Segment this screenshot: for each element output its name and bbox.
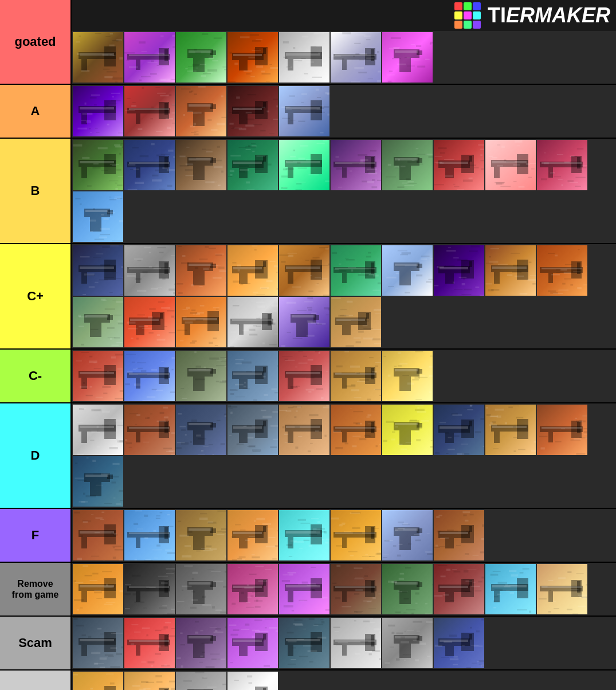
tier-row-scam: Scam	[0, 617, 616, 671]
tier-item[interactable]	[279, 405, 329, 455]
tier-item[interactable]	[331, 351, 381, 401]
tier-item[interactable]	[176, 245, 226, 296]
tier-item[interactable]	[176, 405, 226, 455]
tier-item[interactable]	[227, 32, 278, 83]
tier-item[interactable]	[279, 32, 329, 83]
tier-item[interactable]	[73, 672, 123, 690]
tier-item[interactable]	[227, 86, 278, 136]
tier-item[interactable]	[434, 245, 484, 296]
tier-item[interactable]	[73, 297, 123, 347]
tier-item[interactable]	[124, 672, 175, 690]
tier-item[interactable]	[434, 140, 484, 190]
tier-item[interactable]	[331, 297, 381, 347]
tier-item[interactable]	[227, 297, 278, 347]
tier-item[interactable]	[485, 245, 536, 296]
tier-item[interactable]	[124, 618, 175, 668]
tier-item[interactable]	[331, 245, 381, 296]
tier-item[interactable]	[279, 564, 329, 614]
tier-item[interactable]	[382, 140, 433, 190]
tier-item[interactable]	[434, 405, 484, 455]
tier-item[interactable]	[485, 140, 536, 190]
tier-item[interactable]	[176, 140, 226, 190]
tier-item[interactable]	[124, 564, 175, 614]
tier-item[interactable]	[176, 564, 226, 614]
tier-item[interactable]	[124, 86, 175, 136]
tier-items-B	[72, 139, 616, 243]
tier-item[interactable]	[73, 618, 123, 668]
tier-item[interactable]	[537, 140, 587, 190]
tier-item[interactable]	[434, 564, 484, 614]
tier-item[interactable]	[176, 32, 226, 83]
tier-item[interactable]	[227, 351, 278, 401]
tier-row-A: A	[0, 85, 616, 139]
tier-item[interactable]	[331, 618, 381, 668]
tier-item[interactable]	[124, 510, 175, 560]
tier-item[interactable]	[279, 140, 329, 190]
tier-item[interactable]	[124, 245, 175, 296]
tier-item[interactable]	[176, 86, 226, 136]
tier-item[interactable]	[279, 245, 329, 296]
tier-item[interactable]	[331, 564, 381, 614]
tier-item[interactable]	[73, 351, 123, 401]
tier-item[interactable]	[73, 86, 123, 136]
tier-item[interactable]	[382, 405, 433, 455]
tier-item[interactable]	[279, 297, 329, 347]
tier-item[interactable]	[227, 245, 278, 296]
tier-items-what	[72, 671, 616, 690]
tier-item[interactable]	[382, 564, 433, 614]
tier-item[interactable]	[331, 405, 381, 455]
tier-row-Cminus: C-	[0, 350, 616, 403]
tier-item[interactable]	[73, 405, 123, 455]
tier-item[interactable]	[485, 564, 536, 614]
tier-item[interactable]	[176, 351, 226, 401]
tier-item[interactable]	[73, 510, 123, 560]
tier-item[interactable]	[382, 618, 433, 668]
tier-label-what: What	[0, 671, 72, 690]
tier-item[interactable]	[124, 297, 175, 347]
tier-item[interactable]	[382, 510, 433, 560]
tier-item[interactable]	[227, 405, 278, 455]
tier-item[interactable]	[227, 140, 278, 190]
tier-item[interactable]	[73, 140, 123, 190]
tier-item[interactable]	[124, 351, 175, 401]
tier-item[interactable]	[279, 618, 329, 668]
tier-item[interactable]	[331, 510, 381, 560]
tier-item[interactable]	[227, 510, 278, 560]
tier-item[interactable]	[485, 405, 536, 455]
tier-row-remove: Remove from game	[0, 563, 616, 617]
tier-items-A	[72, 85, 616, 138]
tier-item[interactable]	[176, 672, 226, 690]
tier-item[interactable]	[434, 618, 484, 668]
tier-item[interactable]	[434, 510, 484, 560]
tier-item[interactable]	[73, 32, 123, 83]
tier-item[interactable]	[73, 245, 123, 296]
logo-text: TiERMAKER	[488, 3, 610, 28]
tier-item[interactable]	[537, 564, 587, 614]
tier-item[interactable]	[279, 86, 329, 136]
tier-item[interactable]	[176, 297, 226, 347]
tier-item[interactable]	[537, 405, 587, 455]
tier-item[interactable]	[382, 245, 433, 296]
tier-item[interactable]	[176, 618, 226, 668]
tier-item[interactable]	[382, 32, 433, 83]
tier-item[interactable]	[227, 672, 278, 690]
tier-item[interactable]	[176, 510, 226, 560]
tier-label-Cminus: C-	[0, 350, 72, 402]
tier-item[interactable]	[124, 405, 175, 455]
tier-item[interactable]	[227, 618, 278, 668]
tier-item[interactable]	[73, 564, 123, 614]
tier-item[interactable]	[537, 245, 587, 296]
tier-item[interactable]	[279, 351, 329, 401]
tier-item[interactable]	[73, 456, 123, 507]
tier-items-D	[72, 403, 616, 508]
tier-label-remove: Remove from game	[0, 563, 72, 615]
tier-item[interactable]	[279, 510, 329, 560]
tier-row-B: B	[0, 139, 616, 244]
tier-item[interactable]	[382, 351, 433, 401]
tier-item[interactable]	[73, 191, 123, 242]
tier-item[interactable]	[227, 564, 278, 614]
tier-item[interactable]	[331, 140, 381, 190]
tier-item[interactable]	[124, 32, 175, 83]
tier-item[interactable]	[124, 140, 175, 190]
tier-item[interactable]	[331, 32, 381, 83]
